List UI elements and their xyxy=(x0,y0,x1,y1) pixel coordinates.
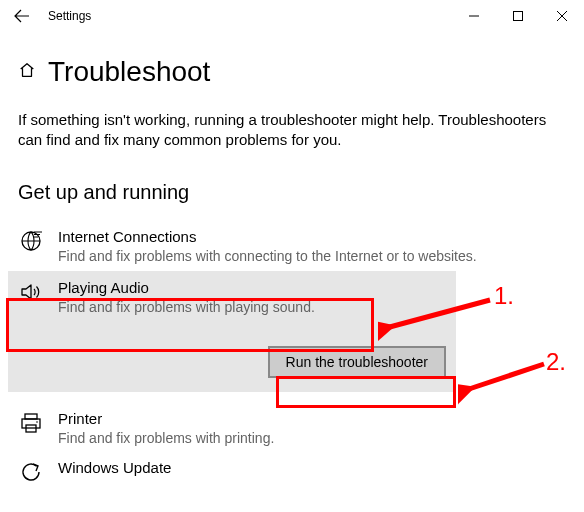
back-button[interactable] xyxy=(0,0,44,32)
svg-rect-3 xyxy=(22,419,40,428)
window-title: Settings xyxy=(48,9,91,23)
close-button[interactable] xyxy=(540,0,584,32)
section-title: Get up and running xyxy=(18,181,566,204)
maximize-icon xyxy=(513,11,523,21)
run-troubleshooter-button[interactable]: Run the troubleshooter xyxy=(268,346,446,378)
item-desc: Find and fix problems with playing sound… xyxy=(58,298,446,316)
svg-point-5 xyxy=(36,421,38,423)
item-title: Printer xyxy=(58,410,566,427)
selected-item-block: Playing Audio Find and fix problems with… xyxy=(8,271,456,392)
speaker-icon xyxy=(18,279,44,305)
printer-icon xyxy=(18,410,44,436)
item-desc: Find and fix problems with connecting to… xyxy=(58,247,566,265)
item-title: Internet Connections xyxy=(58,228,566,245)
page-title: Troubleshoot xyxy=(48,56,210,88)
item-playing-audio[interactable]: Playing Audio Find and fix problems with… xyxy=(8,271,456,324)
svg-rect-2 xyxy=(25,414,37,419)
item-internet-connections[interactable]: Internet Connections Find and fix proble… xyxy=(18,222,566,271)
maximize-button[interactable] xyxy=(496,0,540,32)
item-desc: Find and fix problems with printing. xyxy=(58,429,566,447)
titlebar: Settings xyxy=(0,0,584,32)
globe-icon xyxy=(18,228,44,254)
window-controls xyxy=(452,0,584,32)
update-icon xyxy=(18,459,44,485)
back-arrow-icon xyxy=(14,8,30,24)
item-title: Playing Audio xyxy=(58,279,446,296)
intro-text: If something isn't working, running a tr… xyxy=(18,110,558,151)
item-title: Windows Update xyxy=(58,459,566,476)
home-icon[interactable] xyxy=(18,61,36,83)
content-area: Troubleshoot If something isn't working,… xyxy=(0,32,584,491)
svg-rect-0 xyxy=(514,12,523,21)
close-icon xyxy=(557,11,567,21)
minimize-button[interactable] xyxy=(452,0,496,32)
page-header: Troubleshoot xyxy=(18,56,566,88)
minimize-icon xyxy=(469,11,479,21)
run-button-row: Run the troubleshooter xyxy=(8,346,456,378)
item-windows-update[interactable]: Windows Update xyxy=(18,453,566,491)
item-printer[interactable]: Printer Find and fix problems with print… xyxy=(18,404,566,453)
